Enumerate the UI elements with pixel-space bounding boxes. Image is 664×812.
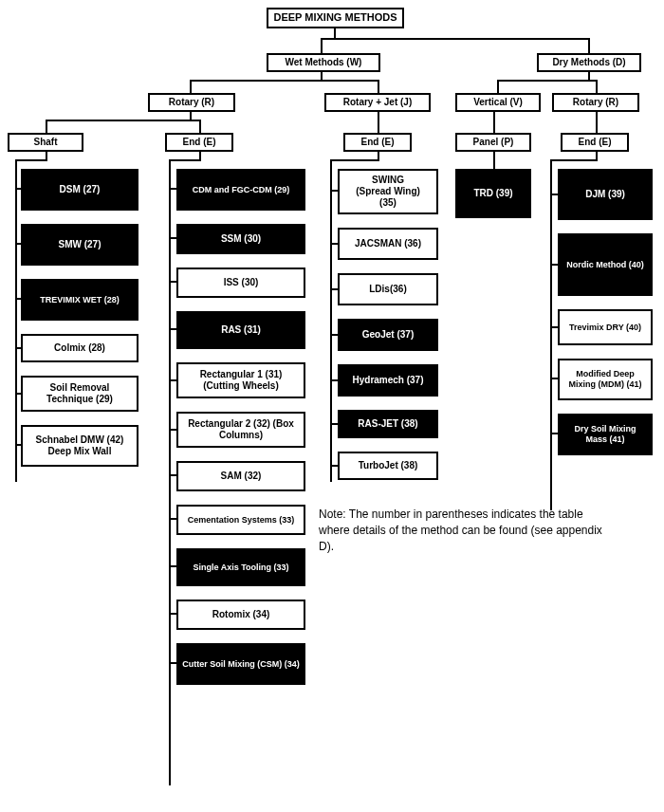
rjend-hydramech: Hydramech (37) xyxy=(338,364,438,397)
shaft-soil-removal: Soil Removal Technique (29) xyxy=(21,376,138,412)
wetend-rect1: Rectangular 1 (31) (Cutting Wheels) xyxy=(176,362,305,398)
title-box: DEEP MIXING METHODS xyxy=(267,8,404,28)
rjend-rasjet: RAS-JET (38) xyxy=(338,410,438,438)
shaft-trevimix: TREVIMIX WET (28) xyxy=(21,279,138,321)
dry-end-header: End (E) xyxy=(561,133,629,152)
footnote: Note: The number in parentheses indicate… xyxy=(319,507,613,554)
shaft-schnabel: Schnabel DMW (42) Deep Mix Wall xyxy=(21,425,138,467)
dryend-nordic: Nordic Method (40) xyxy=(558,233,653,296)
wet-end-header: End (E) xyxy=(165,133,233,152)
wet-methods: Wet Methods (W) xyxy=(267,53,380,72)
dry-methods: Dry Methods (D) xyxy=(537,53,641,72)
wetend-iss: ISS (30) xyxy=(176,268,305,298)
rjend-jacsman: JACSMAN (36) xyxy=(338,228,438,260)
wetend-cementation: Cementation Systems (33) xyxy=(176,505,305,535)
wetend-rect2: Rectangular 2 (32) (Box Columns) xyxy=(176,412,305,448)
rj-end-header: End (E) xyxy=(343,133,412,152)
wetend-csm: Cutter Soil Mixing (CSM) (34) xyxy=(176,643,305,685)
shaft-colmix: Colmix (28) xyxy=(21,334,138,362)
wet-rotary-jet: Rotary + Jet (J) xyxy=(324,93,431,112)
wetend-cdm: CDM and FGC-CDM (29) xyxy=(176,169,305,211)
wetend-singleaxis: Single Axis Tooling (33) xyxy=(176,548,305,586)
rjend-swing: SWING (Spread Wing) (35) xyxy=(338,169,438,214)
rjend-geojet: GeoJet (37) xyxy=(338,319,438,351)
dry-vertical: Vertical (V) xyxy=(455,93,541,112)
panel-header: Panel (P) xyxy=(455,133,531,152)
panel-trd: TRD (39) xyxy=(455,169,531,218)
dryend-trevimix: Trevimix DRY (40) xyxy=(558,309,653,345)
dryend-djm: DJM (39) xyxy=(558,169,653,220)
rjend-ldis: LDis(36) xyxy=(338,273,438,305)
wetend-ras: RAS (31) xyxy=(176,311,305,349)
shaft-header: Shaft xyxy=(8,133,83,152)
dryend-mdm: Modified Deep Mixing (MDM) (41) xyxy=(558,359,653,400)
dry-rotary: Rotary (R) xyxy=(552,93,639,112)
dryend-drysoil: Dry Soil Mixing Mass (41) xyxy=(558,414,653,455)
wetend-ssm: SSM (30) xyxy=(176,224,305,254)
shaft-dsm: DSM (27) xyxy=(21,169,138,211)
wet-rotary: Rotary (R) xyxy=(148,93,235,112)
wetend-sam: SAM (32) xyxy=(176,461,305,491)
rjend-turbojet: TurboJet (38) xyxy=(338,452,438,480)
shaft-smw: SMW (27) xyxy=(21,224,138,266)
wetend-rotomix: Rotomix (34) xyxy=(176,600,305,630)
